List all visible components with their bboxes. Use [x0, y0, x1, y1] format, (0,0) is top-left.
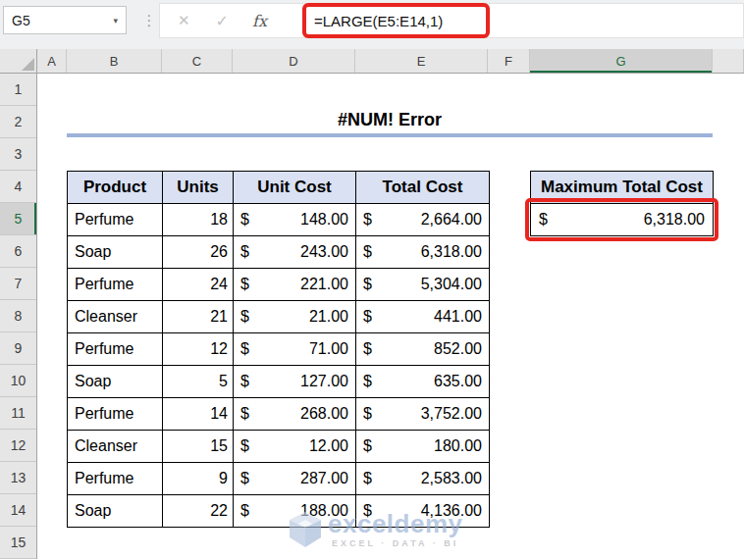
cell-total-cost[interactable]: $180.00 [356, 431, 490, 463]
cell-total-cost[interactable]: $6,318.00 [356, 236, 490, 269]
cell-total-cost[interactable]: $852.00 [356, 333, 490, 366]
row-header-11[interactable]: 11 [0, 397, 36, 430]
amount: 21.00 [309, 308, 348, 326]
cell-unit-cost[interactable]: $268.00 [234, 398, 356, 431]
cell-product[interactable]: Cleanser [68, 431, 163, 463]
column-header-B[interactable]: B [67, 49, 162, 73]
currency-symbol: $ [363, 243, 372, 261]
table-header-unit-cost[interactable]: Unit Cost [234, 172, 356, 204]
column-header-D[interactable]: D [233, 49, 355, 73]
name-box-dropdown-icon[interactable]: ▾ [113, 16, 118, 25]
enter-icon[interactable]: ✓ [216, 12, 229, 30]
cell-product[interactable]: Soap [68, 236, 163, 269]
row-header-6[interactable]: 6 [0, 235, 36, 268]
row-header-14[interactable]: 14 [0, 494, 36, 527]
amount: 268.00 [300, 405, 348, 423]
column-header-E[interactable]: E [355, 49, 488, 73]
currency-symbol: $ [240, 243, 249, 261]
currency-symbol: $ [240, 405, 249, 423]
cell-units[interactable]: 22 [163, 495, 234, 528]
watermark: exceldemy EXCEL · DATA · BI [289, 511, 462, 548]
column-header-C[interactable]: C [162, 49, 233, 73]
currency-symbol: $ [363, 276, 372, 293]
cell-units[interactable]: 12 [163, 333, 234, 366]
row-header-1[interactable]: 1 [0, 74, 36, 106]
amount: 12.00 [309, 437, 348, 455]
cell-product[interactable]: Perfume [68, 204, 163, 236]
currency-symbol: $ [363, 340, 372, 358]
cell-units[interactable]: 15 [163, 431, 234, 463]
amount: 441.00 [434, 308, 482, 326]
row-header-7[interactable]: 7 [0, 268, 36, 300]
currency-symbol: $ [363, 308, 372, 326]
cell-units[interactable]: 9 [163, 463, 234, 495]
row-header-3[interactable]: 3 [0, 138, 36, 171]
currency-symbol: $ [240, 276, 249, 293]
currency-symbol: $ [240, 437, 249, 455]
sheet-title-cell[interactable]: #NUM! Error [67, 106, 713, 133]
cell-unit-cost[interactable]: $287.00 [234, 463, 356, 495]
insert-function-icon[interactable]: fx [252, 12, 267, 30]
cell-units[interactable]: 21 [163, 301, 234, 333]
formula-input[interactable]: =LARGE(E5:E14,1) [314, 13, 443, 29]
column-header-A[interactable]: A [37, 49, 67, 73]
summary-value: 6,318.00 [644, 211, 705, 229]
cell-unit-cost[interactable]: $127.00 [234, 366, 356, 398]
table-header-units[interactable]: Units [163, 172, 234, 204]
cell-product[interactable]: Perfume [68, 269, 163, 301]
cell-units[interactable]: 18 [163, 204, 234, 236]
row-headers: 123456789101112131415 [0, 74, 37, 559]
row-header-12[interactable]: 12 [0, 430, 36, 462]
cell-units[interactable]: 14 [163, 398, 234, 431]
selected-cell-g5[interactable]: $ 6,318.00 [530, 203, 714, 236]
column-header-G[interactable]: G [530, 49, 713, 73]
table-header-product[interactable]: Product [68, 172, 163, 204]
row-header-5[interactable]: 5 [0, 203, 36, 235]
cell-product[interactable]: Soap [68, 366, 163, 398]
cell-unit-cost[interactable]: $148.00 [234, 204, 356, 236]
cell-total-cost[interactable]: $441.00 [356, 301, 490, 333]
row-header-10[interactable]: 10 [0, 365, 36, 397]
formula-highlight-annotation: =LARGE(E5:E14,1) [302, 3, 490, 38]
name-box[interactable]: G5 ▾ [3, 6, 127, 34]
row-header-2[interactable]: 2 [0, 106, 36, 138]
row-header-4[interactable]: 4 [0, 171, 36, 203]
cell-total-cost[interactable]: $2,664.00 [356, 204, 490, 236]
watermark-brand: exceldemy [328, 511, 462, 536]
data-table: ProductUnitsUnit CostTotal CostPerfume18… [67, 171, 490, 528]
row-header-15[interactable]: 15 [0, 527, 36, 559]
column-header-partial[interactable] [713, 49, 744, 73]
cell-total-cost[interactable]: $5,304.00 [356, 269, 490, 301]
cell-total-cost[interactable]: $635.00 [356, 366, 490, 398]
currency-symbol: $ [240, 502, 249, 520]
cell-total-cost[interactable]: $2,583.00 [356, 463, 490, 495]
amount: 3,752.00 [421, 405, 482, 423]
row-header-8[interactable]: 8 [0, 300, 36, 332]
cell-product[interactable]: Soap [68, 495, 163, 528]
cell-product[interactable]: Perfume [68, 398, 163, 431]
cell-units[interactable]: 24 [163, 269, 234, 301]
cell-units[interactable]: 26 [163, 236, 234, 269]
cell-unit-cost[interactable]: $21.00 [234, 301, 356, 333]
cell-product[interactable]: Cleanser [68, 301, 163, 333]
cell-product[interactable]: Perfume [68, 463, 163, 495]
currency-symbol: $ [240, 308, 249, 326]
table-header-total-cost[interactable]: Total Cost [356, 172, 490, 204]
cancel-icon[interactable]: ✕ [178, 12, 190, 29]
amount: 71.00 [309, 340, 348, 358]
amount: 2,664.00 [421, 211, 482, 229]
cell-product[interactable]: Perfume [68, 333, 163, 366]
row-header-13[interactable]: 13 [0, 462, 36, 494]
cell-total-cost[interactable]: $3,752.00 [356, 398, 490, 431]
cell-unit-cost[interactable]: $71.00 [234, 333, 356, 366]
row-header-9[interactable]: 9 [0, 332, 36, 365]
currency-symbol: $ [240, 211, 249, 229]
column-header-F[interactable]: F [488, 49, 530, 73]
cell-unit-cost[interactable]: $12.00 [234, 431, 356, 463]
cell-units[interactable]: 5 [163, 366, 234, 398]
summary-header-cell[interactable]: Maximum Total Cost [530, 171, 714, 204]
cell-unit-cost[interactable]: $243.00 [234, 236, 356, 269]
select-all-button[interactable] [0, 49, 37, 73]
cell-unit-cost[interactable]: $221.00 [234, 269, 356, 301]
column-headers: ABCDEFG [0, 49, 744, 74]
